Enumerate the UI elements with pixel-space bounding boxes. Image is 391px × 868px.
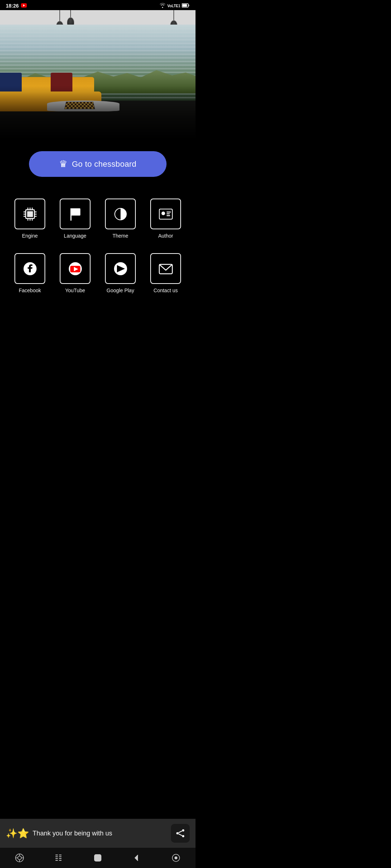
facebook-label: Facebook: [19, 288, 41, 293]
youtube-icon-box: [60, 253, 91, 284]
youtube-icon: [67, 260, 84, 277]
hero-image: [0, 10, 196, 140]
status-bar: 18:26 VoLTE1: [0, 0, 196, 10]
menu-item-language[interactable]: Language: [52, 191, 98, 246]
menu-grid: Engine Language Theme: [0, 188, 196, 308]
flag-icon: [67, 205, 84, 223]
engine-icon-box: [14, 199, 45, 229]
chess-king-icon: ♛: [59, 158, 67, 170]
svg-rect-6: [27, 211, 33, 217]
play-store-icon: [112, 260, 129, 277]
time: 18:26: [6, 3, 19, 9]
language-label: Language: [64, 233, 86, 239]
svg-point-23: [161, 212, 165, 215]
signal-text: VoLTE1: [167, 4, 180, 8]
theme-icon: [112, 205, 129, 223]
chessboard-button-label: Go to chessboard: [72, 159, 136, 169]
youtube-status-icon: [21, 3, 27, 9]
svg-rect-19: [71, 208, 80, 216]
svg-rect-22: [159, 209, 172, 219]
battery-icon: [182, 3, 190, 8]
wifi-icon: [159, 3, 166, 9]
svg-rect-24: [167, 212, 171, 213]
menu-item-engine[interactable]: Engine: [7, 191, 52, 246]
menu-item-facebook[interactable]: Facebook: [7, 246, 52, 301]
facebook-icon: [21, 260, 39, 277]
googleplay-label: Google Play: [106, 288, 134, 293]
person-card-icon: [157, 205, 175, 223]
author-label: Author: [158, 233, 173, 239]
svg-rect-26: [167, 215, 170, 216]
youtube-label: YouTube: [65, 288, 85, 293]
contact-label: Contact us: [154, 288, 178, 293]
chessboard-button-wrap: ♛ Go to chessboard: [0, 148, 196, 188]
contact-icon-box: [150, 253, 181, 284]
menu-item-author[interactable]: Author: [143, 191, 188, 246]
menu-item-theme[interactable]: Theme: [98, 191, 143, 246]
main-content: ♛ Go to chessboard: [0, 140, 196, 366]
menu-item-googleplay[interactable]: Google Play: [98, 246, 143, 301]
hero-overlay: [0, 86, 196, 140]
menu-item-youtube[interactable]: YouTube: [52, 246, 98, 301]
mail-icon: [157, 260, 175, 277]
status-left: 18:26: [6, 3, 27, 9]
engine-label: Engine: [22, 233, 38, 239]
theme-label: Theme: [113, 233, 129, 239]
menu-item-contact[interactable]: Contact us: [143, 246, 188, 301]
svg-rect-3: [182, 4, 187, 7]
author-icon-box: [150, 199, 181, 229]
chip-icon: [21, 205, 39, 223]
go-to-chessboard-button[interactable]: ♛ Go to chessboard: [29, 151, 167, 177]
facebook-icon-box: [14, 253, 45, 284]
theme-icon-box: [105, 199, 136, 229]
svg-rect-4: [188, 5, 189, 7]
googleplay-icon-box: [105, 253, 136, 284]
language-icon-box: [60, 199, 91, 229]
svg-rect-25: [167, 213, 170, 214]
status-right: VoLTE1: [159, 3, 190, 9]
